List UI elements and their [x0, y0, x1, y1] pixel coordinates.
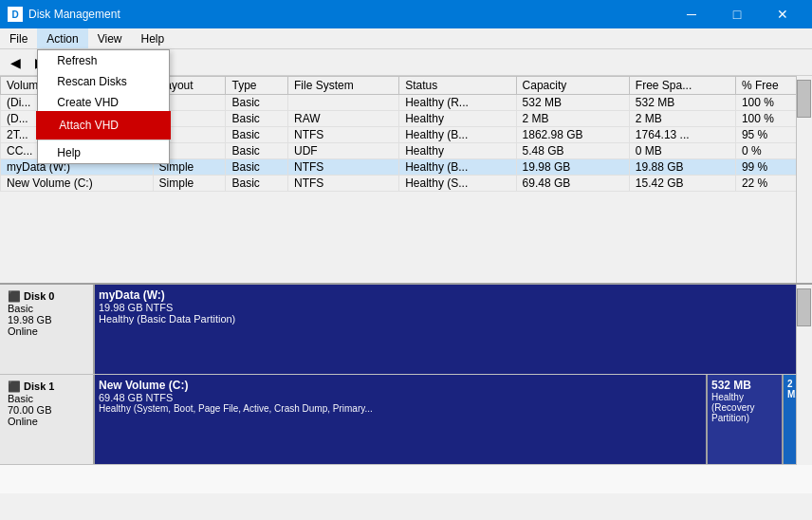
disk-1-status: Online — [8, 416, 85, 427]
table-cell: Healthy — [399, 111, 516, 127]
window-title: Disk Management — [28, 8, 670, 21]
disk-1-partition-1[interactable]: 532 MB Healthy (Recovery Partition) — [708, 375, 784, 464]
menu-help[interactable]: Help — [38, 142, 169, 163]
menu-action[interactable]: Action Refresh Rescan Disks Create VHD A… — [37, 28, 87, 48]
table-cell: Healthy (B... — [399, 127, 516, 143]
table-cell: New Volume (C:) — [1, 176, 154, 192]
disk-1-size: 70.00 GB — [8, 404, 85, 416]
table-cell: 0 MB — [629, 143, 735, 159]
table-cell: Healthy — [399, 143, 516, 159]
maximize-button[interactable]: □ — [715, 0, 759, 28]
disk-0-type: Basic — [8, 303, 85, 314]
back-button[interactable]: ◀ — [4, 52, 27, 73]
table-cell: UDF — [288, 143, 399, 159]
titlebar: D Disk Management ─ □ ✕ — [0, 0, 812, 28]
disk-0-name: ⬛ Disk 0 — [8, 290, 85, 303]
table-cell: 15.42 GB — [629, 176, 735, 192]
table-cell: Simple — [153, 176, 226, 192]
partition-1-0-detail: 69.48 GB NTFS — [99, 392, 702, 403]
col-status: Status — [399, 77, 516, 95]
table-cell: Basic — [226, 176, 288, 192]
col-fs: File System — [288, 77, 399, 95]
disk-0-partition-0[interactable]: myData (W:) 19.98 GB NTFS Healthy (Basic… — [95, 285, 812, 374]
menu-help[interactable]: Help — [132, 28, 175, 48]
table-cell: NTFS — [288, 159, 399, 176]
col-type: Type — [226, 77, 288, 95]
table-cell: 19.98 GB — [516, 159, 629, 176]
table-cell: NTFS — [288, 127, 399, 143]
disk-0-size: 19.98 GB — [8, 314, 85, 325]
close-button[interactable]: ✕ — [761, 0, 804, 28]
table-cell: 1862.98 GB — [516, 127, 629, 143]
menu-attach-vhd[interactable]: Attach VHD — [38, 113, 169, 138]
disk-1-type: Basic — [8, 393, 85, 404]
menu-rescan-disks[interactable]: Rescan Disks — [38, 71, 169, 92]
minimize-button[interactable]: ─ — [670, 0, 713, 28]
disk-1-name: ⬛ Disk 1 — [8, 381, 85, 393]
disk-0-partitions: myData (W:) 19.98 GB NTFS Healthy (Basic… — [95, 285, 812, 374]
partition-1-0-name: New Volume (C:) — [99, 379, 702, 392]
table-cell: Healthy (S... — [399, 176, 516, 192]
partition-1-1-status: Healthy (Recovery Partition) — [711, 392, 778, 423]
table-cell: NTFS — [288, 176, 399, 192]
table-cell: Basic — [226, 111, 288, 127]
table-cell: 5.48 GB — [516, 143, 629, 159]
table-cell: 19.88 GB — [629, 159, 735, 176]
partition-0-detail: 19.98 GB NTFS — [99, 302, 806, 313]
partition-1-1-name: 532 MB — [711, 379, 778, 392]
table-row[interactable]: New Volume (C:)SimpleBasicNTFSHealthy (S… — [1, 176, 812, 192]
disk-1-label: ⬛ Disk 1 Basic 70.00 GB Online — [0, 375, 95, 464]
disk-1-row: ⬛ Disk 1 Basic 70.00 GB Online New Volum… — [0, 375, 812, 465]
table-cell: Healthy (B... — [399, 159, 516, 176]
disk-view-scrollbar[interactable] — [796, 285, 812, 465]
table-cell: 2 MB — [516, 111, 629, 127]
window-controls: ─ □ ✕ — [670, 0, 804, 28]
menu-create-vhd[interactable]: Create VHD — [38, 92, 169, 113]
partition-0-name: myData (W:) — [99, 288, 806, 302]
table-cell: Basic — [226, 127, 288, 143]
disk-scrollbar-thumb[interactable] — [797, 288, 811, 326]
table-cell: 532 MB — [629, 95, 735, 111]
app-icon: D — [8, 7, 23, 22]
table-cell: 1764.13 ... — [629, 127, 735, 143]
disk-0-status: Online — [8, 325, 85, 337]
disk-1-partitions: New Volume (C:) 69.48 GB NTFS Healthy (S… — [95, 375, 812, 464]
disk-1-partition-0[interactable]: New Volume (C:) 69.48 GB NTFS Healthy (S… — [95, 375, 708, 464]
menubar: File Action Refresh Rescan Disks Create … — [0, 28, 812, 49]
table-cell: RAW — [288, 111, 399, 127]
menu-file[interactable]: File — [0, 28, 37, 48]
table-cell: Basic — [226, 95, 288, 111]
table-cell: 532 MB — [516, 95, 629, 111]
disk-0-row: ⬛ Disk 0 Basic 19.98 GB Online myData (W… — [0, 285, 812, 375]
table-cell: Basic — [226, 159, 288, 176]
menu-refresh[interactable]: Refresh — [38, 50, 169, 71]
disk-view-area: ⬛ Disk 0 Basic 19.98 GB Online myData (W… — [0, 285, 812, 493]
col-capacity: Capacity — [516, 77, 629, 95]
table-cell: 2 MB — [629, 111, 735, 127]
action-dropdown-menu: Refresh Rescan Disks Create VHD Attach V… — [37, 49, 170, 164]
table-cell: 69.48 GB — [516, 176, 629, 192]
menu-view[interactable]: View — [88, 28, 132, 48]
partition-0-status: Healthy (Basic Data Partition) — [99, 313, 806, 325]
table-cell: Basic — [226, 143, 288, 159]
disk-0-label: ⬛ Disk 0 Basic 19.98 GB Online — [0, 285, 95, 374]
table-cell — [288, 95, 399, 111]
scrollbar-thumb[interactable] — [797, 80, 811, 118]
table-scrollbar[interactable] — [796, 76, 812, 283]
col-free: Free Spa... — [629, 77, 735, 95]
partition-1-0-status: Healthy (System, Boot, Page File, Active… — [99, 403, 702, 414]
table-cell: Healthy (R... — [399, 95, 516, 111]
